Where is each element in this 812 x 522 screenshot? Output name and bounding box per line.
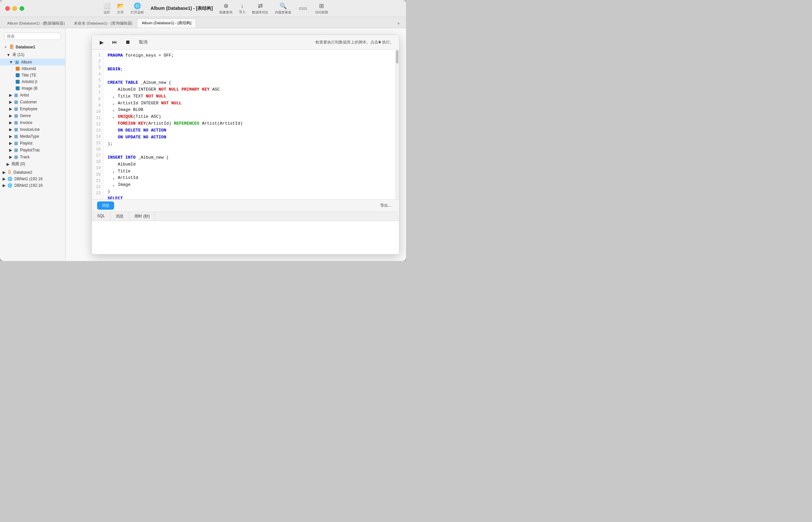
tab-add-button[interactable]: + <box>394 19 403 28</box>
play-icon: ▶ <box>100 39 104 45</box>
sidebar-dbnet1[interactable]: ▶ 🌐 DBNet1 (192.16 <box>0 176 65 182</box>
bottom-bar: 消息 导出... <box>92 199 399 212</box>
dbnet2-label: DBNet2 (192.16 <box>14 183 42 188</box>
message-button[interactable]: 消息 <box>97 201 114 210</box>
sidebar-item-track[interactable]: ▶ ▦ Track <box>0 154 65 160</box>
access-rights-btn[interactable]: ⊞ 访问权限 <box>315 2 328 15</box>
customer-label: Customer <box>20 100 37 104</box>
invoice-label: Invoice <box>20 120 33 125</box>
sidebar-item-invoice[interactable]: ▶ ▦ Invoice <box>0 119 65 126</box>
db-compare-btn[interactable]: ⇄ 数据库对比 <box>252 2 268 15</box>
sidebar-item-artist[interactable]: ▶ ▦ Artist <box>0 92 65 98</box>
chevron-right-icon: ▶ <box>9 100 12 104</box>
table-icon: ▦ <box>14 93 18 98</box>
chevron-right-icon: ▶ <box>3 177 5 181</box>
table-icon: ▦ <box>14 106 18 111</box>
db-icon: 🗄 <box>9 44 14 50</box>
sidebar-item-playlisttrack[interactable]: ▶ ▦ PlaylistTrac <box>0 146 65 154</box>
counter-display: 0101 <box>298 6 308 11</box>
chevron-right-icon: ▶ <box>3 170 5 175</box>
script-toolbar: ▶ ⏭ ⏹ 取消 检查要执行到数据库上的脚本。点击▶执行。 <box>92 35 399 50</box>
col-message: 消息 <box>110 212 129 221</box>
chevron-right-icon: ▶ <box>9 93 12 98</box>
mediatype-label: MediaType <box>20 134 39 139</box>
sidebar-item-album[interactable]: ▼ ▦ Album <box>0 59 65 65</box>
stop-button[interactable]: ⏹ <box>123 38 132 47</box>
chevron-down-icon: ▼ <box>4 45 7 49</box>
code-editor[interactable]: 1234 5678 9101112 13141516 17181920 2122… <box>92 50 399 199</box>
export-button[interactable]: 导出... <box>378 201 394 210</box>
traffic-lights <box>5 6 24 11</box>
chevron-right-icon: ▶ <box>9 134 12 139</box>
playlist-label: Playlist <box>20 141 33 145</box>
table-icon: ▦ <box>15 60 19 64</box>
album-label: Album <box>21 60 32 64</box>
sidebar-field-title[interactable]: Title (TE <box>0 72 65 79</box>
db2-icon: 🗄 <box>7 170 12 175</box>
sidebar-item-playlist[interactable]: ▶ ▦ Playlist <box>0 140 65 146</box>
cancel-button[interactable]: 取消 <box>136 38 150 46</box>
invoiceline-label: InvoiceLine <box>20 127 40 132</box>
script-panel: ▶ ⏭ ⏹ 取消 检查要执行到数据库上的脚本。点击▶执行。 1234 567 <box>91 35 399 255</box>
titlebar-center: ⬜ 边栏 📂 打开 🌐 打开远程 Album (Database1) - [表结… <box>31 2 401 15</box>
sidebar-toggle-btn[interactable]: ⬜ 边栏 <box>103 2 110 15</box>
field-title-label: Title (TE <box>22 73 36 78</box>
chevron-right-icon: ▶ <box>9 127 12 132</box>
pk-icon <box>16 67 20 71</box>
database1-name: Database1 <box>16 45 35 49</box>
skip-button[interactable]: ⏭ <box>110 38 119 47</box>
chevron-right-icon: ▶ <box>9 107 12 111</box>
vertical-scrollbar[interactable] <box>395 50 399 199</box>
chevron-right-icon: ▶ <box>9 120 12 125</box>
sidebar-item-mediatype[interactable]: ▶ ▦ MediaType <box>0 133 65 140</box>
import-btn[interactable]: ↓ 导入 <box>239 2 246 14</box>
tab-data-editor[interactable]: Album (Database1) - [数据编辑器] <box>3 19 69 28</box>
chevron-right-icon: ▶ <box>6 162 9 166</box>
sidebar-field-albumid[interactable]: AlbumId <box>0 65 65 72</box>
search-input[interactable] <box>4 33 61 40</box>
dbnet1-icon: 🌐 <box>7 177 13 181</box>
sidebar-tables-group[interactable]: ▼ 表 (11) <box>0 51 65 59</box>
chevron-down-icon: ▼ <box>9 60 13 64</box>
play-button[interactable]: ▶ <box>97 38 106 47</box>
col-sql: SQL <box>92 212 110 221</box>
sidebar-views-group[interactable]: ▶ 视图 (0) <box>0 160 65 168</box>
main-window: ⬜ 边栏 📂 打开 🌐 打开远程 Album (Database1) - [表结… <box>0 0 406 261</box>
sidebar-item-genre[interactable]: ▶ ▦ Genre <box>0 112 65 119</box>
search-container <box>0 31 65 42</box>
inspector-btn[interactable]: 🔍 内窥查看器 <box>275 2 291 15</box>
database1-label[interactable]: ▼ 🗄 Database1 <box>0 43 65 51</box>
db-compare-icon: ⇄ <box>258 2 263 9</box>
tables-label: 表 (11) <box>13 52 24 58</box>
sidebar-item-invoiceline[interactable]: ▶ ▦ InvoiceLine <box>0 126 65 133</box>
chevron-right-icon: ▶ <box>9 155 12 159</box>
playlisttrack-label: PlaylistTrac <box>20 148 40 153</box>
sidebar-item-customer[interactable]: ▶ ▦ Customer <box>0 98 65 105</box>
tab-bar: Album (Database1) - [数据编辑器] 未命名 (Databas… <box>0 17 406 28</box>
dbnet1-label: DBNet1 (192.16 <box>14 177 42 181</box>
open-remote-icon: 🌐 <box>134 2 141 9</box>
close-button[interactable] <box>5 6 10 11</box>
table-icon: ▦ <box>14 134 18 139</box>
sidebar-field-image[interactable]: Image (B <box>0 85 65 92</box>
sidebar-item-employee[interactable]: ▶ ▦ Employee <box>0 105 65 112</box>
sidebar-database2[interactable]: ▶ 🗄 Database2 <box>0 169 65 176</box>
genre-label: Genre <box>20 114 31 118</box>
table-icon: ▦ <box>14 141 18 145</box>
content-area: ▶ ⏭ ⏹ 取消 检查要执行到数据库上的脚本。点击▶执行。 1234 567 <box>65 28 406 261</box>
inspector-icon: 🔍 <box>279 2 287 9</box>
scroll-thumb[interactable] <box>396 51 398 63</box>
field-icon <box>16 73 20 77</box>
sidebar-field-artistid[interactable]: ArtistId (I <box>0 79 65 85</box>
new-query-btn[interactable]: ⊕ 新建查询 <box>219 2 232 15</box>
tab-table-structure[interactable]: Album (Database1) - [表结构] <box>137 18 196 28</box>
minimize-button[interactable] <box>13 6 17 11</box>
maximize-button[interactable] <box>20 6 24 11</box>
tab-query-editor[interactable]: 未命名 (Database1) - [查询编辑器] <box>69 19 137 28</box>
results-body <box>92 221 399 254</box>
table-icon: ▦ <box>14 120 18 125</box>
code-content[interactable]: PRAGMA foreign_keys = OFF; BEGIN; CREATE… <box>104 50 395 199</box>
sidebar-dbnet2[interactable]: ▶ 🌐 DBNet2 (192.16 <box>0 182 65 189</box>
open-btn[interactable]: 📂 打开 <box>117 2 124 15</box>
open-remote-btn[interactable]: 🌐 打开远程 <box>131 2 144 15</box>
